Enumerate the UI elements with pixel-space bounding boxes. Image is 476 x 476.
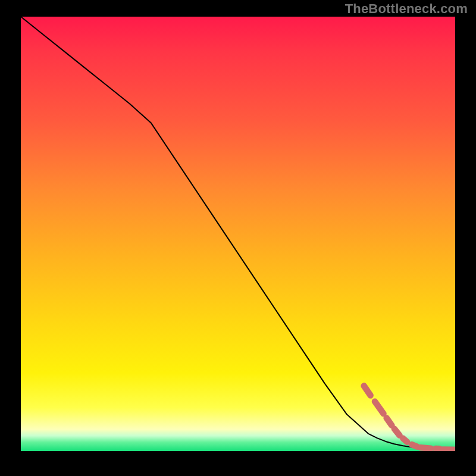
tail-dash <box>364 386 371 396</box>
tail-dash <box>421 447 431 448</box>
curve-line <box>21 17 455 450</box>
tail-dash <box>394 429 400 436</box>
chart-overlay <box>21 17 455 451</box>
tail-dash <box>412 444 417 447</box>
watermark-text: TheBottleneck.com <box>345 1 468 17</box>
tail-dash <box>375 402 384 414</box>
tail-dash-group <box>364 386 453 450</box>
tail-dash <box>403 439 407 442</box>
plot-area <box>21 17 455 451</box>
tail-dash <box>387 418 392 425</box>
chart-stage: TheBottleneck.com <box>0 0 476 476</box>
